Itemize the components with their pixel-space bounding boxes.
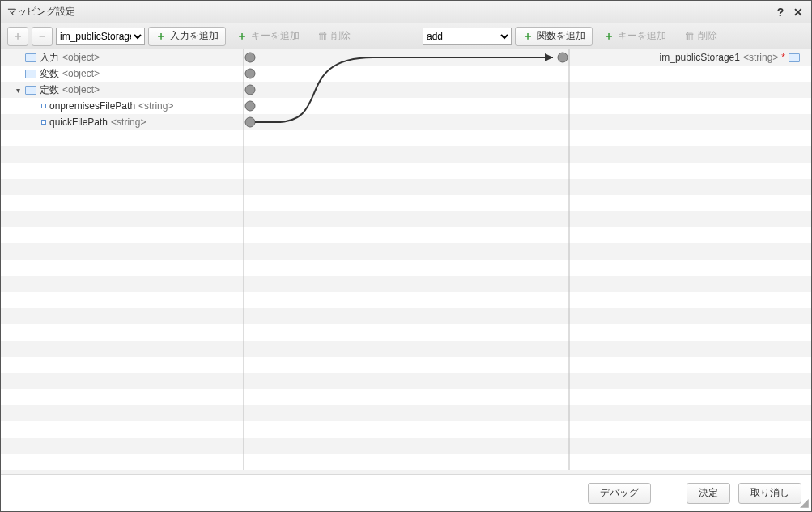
trash-icon: 🗑 — [317, 30, 328, 42]
tree-item-label: 変数 — [40, 67, 59, 81]
field-icon — [41, 120, 46, 125]
collapse-all-button[interactable]: － — [32, 27, 53, 46]
delete-button-right[interactable]: 🗑削除 — [677, 27, 725, 46]
tree-item-type: <object> — [62, 84, 100, 95]
footer: デバッグ 決定 取り消し ◢ — [1, 474, 811, 511]
svg-point-7 — [558, 53, 568, 62]
mapping-dialog: マッピング設定 ? ✕ ＋ － im_publicStorage ＋入力を追加 … — [0, 0, 812, 512]
svg-marker-8 — [545, 53, 553, 61]
tree-item[interactable]: 変数 <object> — [14, 66, 232, 82]
field-icon — [41, 104, 46, 108]
svg-point-4 — [245, 85, 255, 95]
tree-item-label: onpremisesFilePath — [49, 100, 135, 112]
plus-icon: ＋ — [155, 29, 167, 44]
add-input-button[interactable]: ＋入力を追加 — [148, 27, 226, 46]
help-icon[interactable]: ? — [774, 6, 787, 19]
source-select[interactable]: im_publicStorage — [56, 28, 145, 45]
tree-item-type: <object> — [62, 52, 100, 63]
folder-icon — [25, 86, 36, 95]
svg-point-6 — [245, 117, 255, 127]
add-key-button-right[interactable]: ＋キーを追加 — [596, 27, 674, 46]
plus-icon: ＋ — [603, 29, 614, 44]
svg-point-2 — [245, 53, 255, 62]
folder-icon — [25, 70, 36, 78]
svg-point-5 — [245, 101, 255, 111]
plus-icon: ＋ — [12, 29, 23, 44]
tree-item[interactable]: onpremisesFilePath <string> — [14, 98, 232, 114]
tree-item[interactable]: 入力 <object> — [14, 49, 232, 66]
tree-item-label: 入力 — [40, 51, 59, 65]
debug-button[interactable]: デバッグ — [588, 483, 651, 504]
tree-item-label: 定数 — [40, 83, 59, 97]
dialog-title: マッピング設定 — [7, 5, 769, 19]
mapping-canvas: 入力 <object>変数 <object>▾定数 <object>onprem… — [1, 49, 811, 474]
ok-button[interactable]: 決定 — [687, 483, 730, 504]
tree-item-type: <string> — [111, 116, 146, 128]
tree-item[interactable]: ▾定数 <object> — [14, 82, 232, 98]
delete-button-left[interactable]: 🗑削除 — [310, 27, 358, 46]
svg-point-3 — [245, 69, 255, 78]
expand-all-button[interactable]: ＋ — [7, 27, 28, 46]
tree-item-label: quickFilePath — [49, 116, 108, 128]
required-icon: * — [781, 52, 785, 63]
output-label: im_publicStorage1 — [660, 52, 740, 63]
plus-icon: ＋ — [522, 29, 534, 44]
add-key-button-left[interactable]: ＋キーを追加 — [229, 27, 307, 46]
output-item[interactable]: im_publicStorage1 <string> * — [660, 49, 800, 66]
toolbar: ＋ － im_publicStorage ＋入力を追加 ＋キーを追加 🗑削除 a… — [1, 23, 811, 49]
close-icon[interactable]: ✕ — [792, 6, 805, 19]
function-select[interactable]: add — [423, 28, 512, 45]
output-type: <string> — [743, 52, 778, 63]
cancel-button[interactable]: 取り消し — [738, 483, 801, 504]
minus-icon: － — [36, 29, 48, 44]
toggle-icon[interactable]: ▾ — [14, 86, 22, 95]
trash-icon: 🗑 — [684, 30, 695, 42]
source-tree: 入力 <object>変数 <object>▾定数 <object>onprem… — [14, 49, 232, 130]
plus-icon: ＋ — [236, 29, 248, 44]
titlebar: マッピング設定 ? ✕ — [1, 1, 811, 23]
tree-item-type: <string> — [138, 100, 173, 112]
add-function-button[interactable]: ＋関数を追加 — [515, 27, 593, 46]
folder-icon — [25, 53, 36, 62]
tree-item[interactable]: quickFilePath <string> — [14, 114, 232, 130]
tree-item-type: <object> — [62, 68, 100, 79]
folder-icon — [789, 53, 800, 62]
